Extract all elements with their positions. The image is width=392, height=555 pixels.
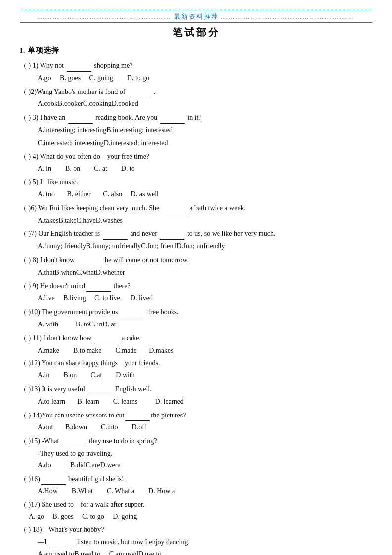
q16-options: A.How B.What C. What a D. How a <box>38 485 372 497</box>
paren-14: （ <box>20 410 27 421</box>
question-12: （ )12) You can share happy things your f… <box>20 357 372 381</box>
paren-1: （ <box>20 60 27 72</box>
paren-12: （ <box>20 357 27 369</box>
q2-options: A.cookB.cookerC.cookingD.cooked <box>38 98 372 110</box>
q1-options: A.go B. goes C. going D. to go <box>38 72 372 84</box>
header-dotted: ……………………………………………… 最新资料推荐 ……………………………………… <box>20 10 372 23</box>
q15-text: )15) -What they use to do in spring? <box>27 435 157 447</box>
q2-text: )2)Wang Yanbo's mother is fond of . <box>27 86 155 98</box>
q16-text: )16) beautiful girl she is! <box>27 473 124 485</box>
q3-text: ) 3) I have an reading book. Are you in … <box>27 111 202 124</box>
q3-options2: C.interested; interestingD.interested; i… <box>38 138 372 149</box>
question-16: （ )16) beautiful girl she is! A.How B.Wh… <box>20 473 372 498</box>
q12-options: A.in B.on C.at D.with <box>38 370 372 381</box>
header-dots-left: ……………………………………………… <box>38 13 171 20</box>
paren-5: （ <box>20 176 27 188</box>
paren-6: （ <box>20 202 27 214</box>
q14-text: ) 14)You can usethe scissors to cut the … <box>27 409 186 421</box>
question-15: （ )15) -What they use to do in spring? -… <box>20 435 372 471</box>
q6-text: )6) Wu Rui likes keeping clean very much… <box>27 202 246 214</box>
question-18: （ ) 18)—What's your hobby? —I listen to … <box>20 524 372 555</box>
q17-options: A. go B. goes C. to go D. going <box>29 511 372 523</box>
q17-text: )17) She used to for a walk after supper… <box>27 499 144 510</box>
paren-2: （ <box>20 86 27 98</box>
header-dots-right: ……………………………………………… <box>221 13 354 20</box>
q9-options: A.live B.living C. to live D. lived <box>38 292 372 304</box>
q8-options: A.thatB.whenC.whatD.whether <box>38 267 372 278</box>
header-title: 最新资料推荐 <box>174 13 218 20</box>
q4-text: ) 4) What do you often do your free time… <box>27 151 149 163</box>
paren-8: （ <box>20 254 27 266</box>
question-17: （ )17) She used to for a walk after supp… <box>20 499 372 523</box>
q7-options: A.funny; friendlyB.funny; unfriendlyC.fu… <box>38 240 372 252</box>
q18-options: A.am used toB.used to C.am usedD.use to <box>38 548 372 555</box>
question-14: （ ) 14)You can usethe scissors to cut th… <box>20 409 372 434</box>
question-13: （ )13) It is very useful English well. A… <box>20 383 372 408</box>
q6-options: A.takesB.takeC.haveD.washes <box>38 215 372 227</box>
page-title: 笔试部分 <box>20 26 372 39</box>
q1-text: ) 1) Why not shopping me? <box>27 59 132 72</box>
q7-text: )7) Our English teacher is and never to … <box>27 228 275 240</box>
question-6: （ )6) Wu Rui likes keeping clean very mu… <box>20 202 372 227</box>
question-2: （ )2)Wang Yanbo's mother is fond of . A.… <box>20 86 372 110</box>
question-4: （ ) 4) What do you often do your free ti… <box>20 151 372 175</box>
q10-text: )10) The government provide us free book… <box>27 306 179 318</box>
q5-text: ) 5) I like music. <box>27 176 78 188</box>
question-7: （ )7) Our English teacher is and never t… <box>20 228 372 252</box>
paren-17: （ <box>20 499 27 510</box>
question-3: （ ) 3) I have an reading book. Are you i… <box>20 111 372 149</box>
q9-text: ) 9) He doesn't mind there? <box>27 280 131 292</box>
q13-text: )13) It is very useful English well. <box>27 383 152 395</box>
q18-text: ) 18)—What's your hobby? <box>27 524 104 536</box>
q10-options: A. with B. toC. inD. at <box>38 319 372 330</box>
q15-options: A.do B.didC.areD.were <box>38 460 372 471</box>
q15-subtext: -They used to go traveling. <box>38 448 372 460</box>
paren-9: （ <box>20 280 27 292</box>
paren-11: （ <box>20 332 27 344</box>
q5-options: A. too B. either C. also D. as well <box>38 188 372 200</box>
paren-3: （ <box>20 112 27 124</box>
q8-text: ) 8) I don't know he will come or not to… <box>27 254 189 266</box>
q13-options: A.to learn B. learn C. learns D. learned <box>38 396 372 408</box>
paren-7: （ <box>20 228 27 240</box>
question-11: （ ) 11) I don't know how a cake. A.make … <box>20 332 372 357</box>
question-9: （ ) 9) He doesn't mind there? A.live B.l… <box>20 280 372 305</box>
question-1: （ ) 1) Why not shopping me? A.go B. goes… <box>20 59 372 84</box>
q11-text: ) 11) I don't know how a cake. <box>27 332 141 344</box>
question-10: （ )10) The government provide us free bo… <box>20 306 372 330</box>
q14-options: A.out B.down C.into D.off <box>38 421 372 433</box>
paren-10: （ <box>20 306 27 318</box>
paren-4: （ <box>20 151 27 163</box>
q18-subtext: —I listen to music, but now I enjoy danc… <box>38 536 372 548</box>
q11-options: A.make B.to make C.made D.makes <box>38 345 372 357</box>
paren-18: （ <box>20 524 27 536</box>
question-8: （ ) 8) I don't know he will come or not … <box>20 254 372 278</box>
paren-15: （ <box>20 435 27 447</box>
paren-16: （ <box>20 473 27 485</box>
question-5: （ ) 5) I like music. A. too B. either C.… <box>20 176 372 200</box>
q3-options1: A.interesting; interestingB.interesting;… <box>38 124 372 136</box>
q12-text: )12) You can share happy things your fri… <box>27 357 160 369</box>
section-title: I. 单项选择 <box>20 46 372 55</box>
q4-options: A. in B. on C. at D. to <box>38 163 372 175</box>
paren-13: （ <box>20 383 27 395</box>
